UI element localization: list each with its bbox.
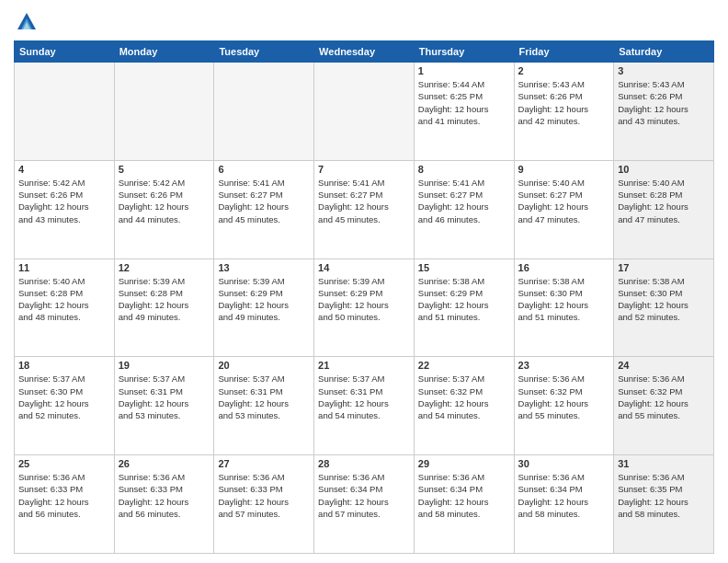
day-number: 9 [518, 164, 610, 175]
day-number: 5 [119, 164, 210, 175]
calendar-cell: 3Sunrise: 5:43 AM Sunset: 6:26 PM Daylig… [614, 63, 714, 161]
day-number: 25 [18, 458, 110, 469]
day-info: Sunrise: 5:37 AM Sunset: 6:32 PM Dayligh… [418, 373, 510, 421]
calendar-header-row: SundayMondayTuesdayWednesdayThursdayFrid… [15, 41, 714, 63]
day-number: 12 [119, 262, 210, 273]
day-info: Sunrise: 5:36 AM Sunset: 6:34 PM Dayligh… [518, 471, 610, 520]
day-info: Sunrise: 5:40 AM Sunset: 6:28 PM Dayligh… [18, 275, 110, 324]
day-number: 8 [418, 164, 510, 175]
day-info: Sunrise: 5:40 AM Sunset: 6:27 PM Dayligh… [518, 177, 610, 225]
calendar-cell: 14Sunrise: 5:39 AM Sunset: 6:29 PM Dayli… [314, 259, 415, 357]
calendar-cell: 1Sunrise: 5:44 AM Sunset: 6:25 PM Daylig… [414, 63, 514, 161]
day-number: 1 [418, 65, 510, 76]
calendar-header-thursday: Thursday [414, 41, 514, 63]
calendar-cell: 22Sunrise: 5:37 AM Sunset: 6:32 PM Dayli… [414, 357, 514, 455]
day-number: 18 [18, 360, 110, 371]
calendar-cell: 21Sunrise: 5:37 AM Sunset: 6:31 PM Dayli… [314, 357, 415, 455]
calendar-cell: 17Sunrise: 5:38 AM Sunset: 6:30 PM Dayli… [614, 259, 714, 357]
day-number: 30 [518, 458, 610, 469]
day-info: Sunrise: 5:37 AM Sunset: 6:30 PM Dayligh… [18, 373, 110, 421]
calendar-cell: 9Sunrise: 5:40 AM Sunset: 6:27 PM Daylig… [514, 160, 614, 259]
calendar-cell: 25Sunrise: 5:36 AM Sunset: 6:33 PM Dayli… [15, 455, 115, 554]
calendar-header-sunday: Sunday [15, 41, 115, 63]
day-info: Sunrise: 5:36 AM Sunset: 6:32 PM Dayligh… [518, 373, 610, 421]
day-number: 4 [18, 164, 110, 175]
calendar-week-2: 11Sunrise: 5:40 AM Sunset: 6:28 PM Dayli… [15, 259, 714, 357]
calendar-week-1: 4Sunrise: 5:42 AM Sunset: 6:26 PM Daylig… [15, 160, 714, 259]
calendar-cell: 8Sunrise: 5:41 AM Sunset: 6:27 PM Daylig… [414, 160, 514, 259]
day-info: Sunrise: 5:36 AM Sunset: 6:35 PM Dayligh… [618, 471, 710, 520]
calendar-week-0: 1Sunrise: 5:44 AM Sunset: 6:25 PM Daylig… [15, 63, 714, 161]
logo-icon [14, 9, 40, 35]
day-info: Sunrise: 5:41 AM Sunset: 6:27 PM Dayligh… [218, 177, 310, 225]
day-info: Sunrise: 5:36 AM Sunset: 6:33 PM Dayligh… [119, 471, 210, 520]
day-info: Sunrise: 5:37 AM Sunset: 6:31 PM Dayligh… [318, 373, 410, 421]
calendar-header-wednesday: Wednesday [314, 41, 415, 63]
day-info: Sunrise: 5:39 AM Sunset: 6:29 PM Dayligh… [318, 275, 410, 324]
day-info: Sunrise: 5:42 AM Sunset: 6:26 PM Dayligh… [119, 177, 210, 225]
day-number: 22 [418, 360, 510, 371]
day-number: 28 [318, 458, 410, 469]
calendar-cell: 12Sunrise: 5:39 AM Sunset: 6:28 PM Dayli… [114, 259, 214, 357]
day-number: 29 [418, 458, 510, 469]
calendar-header-saturday: Saturday [614, 41, 714, 63]
day-info: Sunrise: 5:36 AM Sunset: 6:33 PM Dayligh… [218, 471, 310, 520]
day-number: 17 [618, 262, 710, 273]
day-info: Sunrise: 5:42 AM Sunset: 6:26 PM Dayligh… [18, 177, 110, 225]
day-info: Sunrise: 5:40 AM Sunset: 6:28 PM Dayligh… [618, 177, 710, 225]
page: SundayMondayTuesdayWednesdayThursdayFrid… [0, 0, 728, 563]
calendar-cell: 20Sunrise: 5:37 AM Sunset: 6:31 PM Dayli… [214, 357, 314, 455]
day-number: 19 [119, 360, 210, 371]
day-info: Sunrise: 5:38 AM Sunset: 6:30 PM Dayligh… [518, 275, 610, 324]
calendar-cell: 26Sunrise: 5:36 AM Sunset: 6:33 PM Dayli… [114, 455, 214, 554]
day-number: 20 [218, 360, 310, 371]
calendar-cell: 10Sunrise: 5:40 AM Sunset: 6:28 PM Dayli… [614, 160, 714, 259]
day-info: Sunrise: 5:41 AM Sunset: 6:27 PM Dayligh… [318, 177, 410, 225]
calendar-cell: 13Sunrise: 5:39 AM Sunset: 6:29 PM Dayli… [214, 259, 314, 357]
day-info: Sunrise: 5:36 AM Sunset: 6:34 PM Dayligh… [418, 471, 510, 520]
calendar-header-friday: Friday [514, 41, 614, 63]
calendar-cell: 31Sunrise: 5:36 AM Sunset: 6:35 PM Dayli… [614, 455, 714, 554]
calendar-cell: 6Sunrise: 5:41 AM Sunset: 6:27 PM Daylig… [214, 160, 314, 259]
day-number: 27 [218, 458, 310, 469]
calendar-cell: 2Sunrise: 5:43 AM Sunset: 6:26 PM Daylig… [514, 63, 614, 161]
calendar-cell: 4Sunrise: 5:42 AM Sunset: 6:26 PM Daylig… [15, 160, 115, 259]
calendar-cell: 16Sunrise: 5:38 AM Sunset: 6:30 PM Dayli… [514, 259, 614, 357]
calendar-cell: 15Sunrise: 5:38 AM Sunset: 6:29 PM Dayli… [414, 259, 514, 357]
calendar-cell: 23Sunrise: 5:36 AM Sunset: 6:32 PM Dayli… [514, 357, 614, 455]
calendar-cell: 5Sunrise: 5:42 AM Sunset: 6:26 PM Daylig… [114, 160, 214, 259]
day-number: 7 [318, 164, 410, 175]
day-info: Sunrise: 5:38 AM Sunset: 6:29 PM Dayligh… [418, 275, 510, 324]
calendar-cell: 29Sunrise: 5:36 AM Sunset: 6:34 PM Dayli… [414, 455, 514, 554]
calendar-cell: 18Sunrise: 5:37 AM Sunset: 6:30 PM Dayli… [15, 357, 115, 455]
day-number: 24 [618, 360, 710, 371]
day-info: Sunrise: 5:38 AM Sunset: 6:30 PM Dayligh… [618, 275, 710, 324]
day-info: Sunrise: 5:44 AM Sunset: 6:25 PM Dayligh… [418, 78, 510, 127]
day-number: 16 [518, 262, 610, 273]
calendar-cell [314, 63, 415, 161]
calendar-header-tuesday: Tuesday [214, 41, 314, 63]
day-info: Sunrise: 5:41 AM Sunset: 6:27 PM Dayligh… [418, 177, 510, 225]
day-number: 23 [518, 360, 610, 371]
calendar-cell: 28Sunrise: 5:36 AM Sunset: 6:34 PM Dayli… [314, 455, 415, 554]
calendar-cell: 7Sunrise: 5:41 AM Sunset: 6:27 PM Daylig… [314, 160, 415, 259]
calendar-cell [214, 63, 314, 161]
calendar-cell: 24Sunrise: 5:36 AM Sunset: 6:32 PM Dayli… [614, 357, 714, 455]
day-info: Sunrise: 5:36 AM Sunset: 6:32 PM Dayligh… [618, 373, 710, 421]
day-info: Sunrise: 5:37 AM Sunset: 6:31 PM Dayligh… [119, 373, 210, 421]
day-info: Sunrise: 5:37 AM Sunset: 6:31 PM Dayligh… [218, 373, 310, 421]
day-number: 6 [218, 164, 310, 175]
day-info: Sunrise: 5:39 AM Sunset: 6:29 PM Dayligh… [218, 275, 310, 324]
calendar-cell: 11Sunrise: 5:40 AM Sunset: 6:28 PM Dayli… [15, 259, 115, 357]
calendar-cell [15, 63, 115, 161]
day-number: 31 [618, 458, 710, 469]
day-info: Sunrise: 5:36 AM Sunset: 6:34 PM Dayligh… [318, 471, 410, 520]
day-number: 26 [119, 458, 210, 469]
calendar-table: SundayMondayTuesdayWednesdayThursdayFrid… [14, 40, 714, 554]
day-info: Sunrise: 5:43 AM Sunset: 6:26 PM Dayligh… [518, 78, 610, 127]
day-number: 11 [18, 262, 110, 273]
day-number: 15 [418, 262, 510, 273]
calendar-cell [114, 63, 214, 161]
day-number: 13 [218, 262, 310, 273]
calendar-week-4: 25Sunrise: 5:36 AM Sunset: 6:33 PM Dayli… [15, 455, 714, 554]
